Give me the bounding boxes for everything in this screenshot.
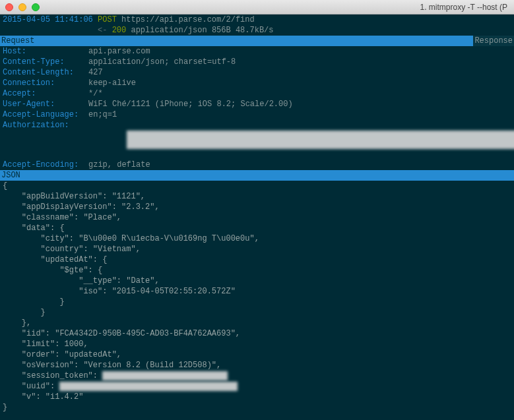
flow-summary-line2: <- 200 application/json 856B 48.7kB/s: [0, 25, 514, 36]
terminal-content: 2015-04-05 11:41:06 POST https://api.par…: [0, 15, 514, 413]
header-authorization: Authorization:: [3, 120, 511, 160]
arrow-icon: <-: [98, 25, 107, 36]
header-accept-language: Accept-Language:en;q=1: [3, 109, 511, 120]
resp-rate: 48.7kB/s: [236, 25, 274, 36]
tabbar: Request Response: [0, 36, 514, 46]
json-session-token: "session_token":: [0, 371, 514, 381]
tab-response[interactable]: Response: [473, 36, 514, 46]
header-content-type: Content-Type:application/json; charset=u…: [3, 57, 511, 67]
header-host: Host:api.parse.com: [3, 46, 511, 57]
timestamp: 2015-04-05 11:41:06: [3, 15, 93, 25]
json-uuid: "uuid":: [0, 381, 514, 392]
json-section-header: JSON: [0, 170, 514, 181]
request-url: https://api.parse.com/2/find: [121, 15, 255, 25]
close-icon[interactable]: [5, 3, 13, 11]
http-method: POST: [98, 15, 117, 25]
header-connection: Connection:keep-alive: [3, 78, 511, 88]
header-content-length: Content-Length:427: [3, 67, 511, 78]
resp-content-type: application/json: [131, 25, 207, 36]
json-tail: "v": "i1.4.2" }: [0, 392, 514, 413]
maximize-icon[interactable]: [32, 3, 40, 11]
json-body: { "appBuildVersion": "1121", "appDisplay…: [0, 181, 514, 371]
titlebar: 1. mitmproxy -T --host (P: [0, 0, 514, 15]
flow-summary-line1: 2015-04-05 11:41:06 POST https://api.par…: [0, 15, 514, 25]
window-title: 1. mitmproxy -T --host (P: [40, 3, 509, 12]
minimize-icon[interactable]: [18, 3, 26, 11]
redacted-authorization: [88, 120, 514, 160]
redacted-session-token: [102, 371, 228, 380]
traffic-lights: [5, 3, 40, 11]
resp-size: 856B: [212, 25, 231, 36]
redacted-uuid: [59, 382, 238, 391]
status-code: 200: [112, 25, 127, 36]
header-user-agent: User-Agent:WiFi Ché/1121 (iPhone; iOS 8.…: [3, 99, 511, 109]
tab-request[interactable]: Request: [0, 36, 36, 46]
request-headers: Host:api.parse.com Content-Type:applicat…: [0, 46, 514, 170]
header-accept-encoding: Accept-Encoding:gzip, deflate: [3, 160, 511, 170]
tab-spacer: [36, 36, 473, 46]
header-accept: Accept:*/*: [3, 88, 511, 99]
